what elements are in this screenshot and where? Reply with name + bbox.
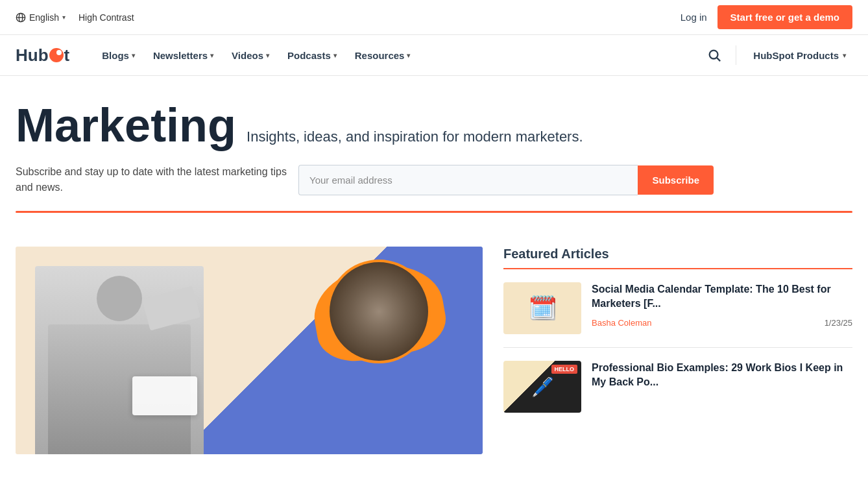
top-bar: English ▾ High Contrast Log in Start fre… xyxy=(0,0,868,35)
hero-circle-inner xyxy=(330,262,428,361)
newsletters-chevron: ▾ xyxy=(210,52,213,59)
login-button[interactable]: Log in xyxy=(681,12,707,23)
nav-items: Blogs ▾ Newsletters ▾ Videos ▾ Podcasts … xyxy=(95,44,852,66)
language-chevron: ▾ xyxy=(62,14,66,21)
article-item: 🗓️ Social Media Calendar Template: The 1… xyxy=(503,282,852,348)
nav-podcasts[interactable]: Podcasts ▾ xyxy=(281,46,343,65)
article-title-2[interactable]: Professional Bio Examples: 29 Work Bios … xyxy=(592,361,852,390)
search-icon xyxy=(707,48,721,62)
high-contrast-toggle[interactable]: High Contrast xyxy=(78,12,134,23)
subscribe-button[interactable]: Subscribe xyxy=(638,165,714,195)
language-label: English xyxy=(29,12,59,23)
language-selector[interactable]: English ▾ xyxy=(16,12,66,23)
article-content-2: Professional Bio Examples: 29 Work Bios … xyxy=(592,361,852,413)
search-button[interactable] xyxy=(703,44,725,66)
nav-resources[interactable]: Resources ▾ xyxy=(348,46,417,65)
article-meta-1: Basha Coleman 1/23/25 xyxy=(592,318,852,328)
hero-divider xyxy=(16,211,852,213)
start-cta-button[interactable]: Start free or get a demo xyxy=(717,5,852,29)
svg-line-4 xyxy=(717,58,720,61)
nav-videos[interactable]: Videos ▾ xyxy=(225,46,276,65)
hero-description: Subscribe and stay up to date with the l… xyxy=(16,164,288,195)
high-contrast-label: High Contrast xyxy=(78,12,134,23)
article-title-1[interactable]: Social Media Calendar Template: The 10 B… xyxy=(592,282,852,311)
hero-circle xyxy=(327,260,431,363)
nav-blogs[interactable]: Blogs ▾ xyxy=(95,46,141,65)
article-author-1: Basha Coleman xyxy=(592,318,652,328)
hero-title: Marketing xyxy=(16,102,236,149)
nav-newsletters[interactable]: Newsletters ▾ xyxy=(147,46,220,65)
hero-section: Marketing Insights, ideas, and inspirati… xyxy=(0,76,868,226)
hero-title-row: Marketing Insights, ideas, and inspirati… xyxy=(16,102,852,149)
featured-articles: Featured Articles 🗓️ Social Media Calend… xyxy=(503,247,852,454)
featured-articles-title: Featured Articles xyxy=(503,247,852,262)
products-chevron: ▾ xyxy=(843,52,846,59)
email-input[interactable] xyxy=(298,165,638,195)
nav-divider xyxy=(736,45,736,65)
hubspot-logo[interactable]: Hubt xyxy=(16,45,69,66)
featured-divider xyxy=(503,268,852,269)
main-nav: Hubt Blogs ▾ Newsletters ▾ Videos ▾ Podc… xyxy=(0,35,868,76)
hero-image-bg xyxy=(16,247,483,454)
resources-chevron: ▾ xyxy=(407,52,410,59)
top-bar-left: English ▾ High Contrast xyxy=(16,12,134,23)
logo-spot xyxy=(49,48,64,62)
globe-icon xyxy=(16,12,26,23)
hubspot-products-button[interactable]: HubSpot Products ▾ xyxy=(747,46,852,65)
article-date-1: 1/23/25 xyxy=(825,318,852,328)
hero-subtitle: Insights, ideas, and inspiration for mod… xyxy=(247,127,583,147)
article-thumbnail-2[interactable]: 🖊️ HELLO xyxy=(503,361,581,413)
top-bar-right: Log in Start free or get a demo xyxy=(681,5,852,29)
article-item: 🖊️ HELLO Professional Bio Examples: 29 W… xyxy=(503,361,852,426)
hero-sub-row: Subscribe and stay up to date with the l… xyxy=(16,164,852,195)
videos-chevron: ▾ xyxy=(266,52,269,59)
email-form: Subscribe xyxy=(298,165,714,195)
blogs-chevron: ▾ xyxy=(132,52,135,59)
hero-image xyxy=(16,247,483,454)
article-content-1: Social Media Calendar Template: The 10 B… xyxy=(592,282,852,334)
svg-point-3 xyxy=(710,51,718,59)
content-section: Featured Articles 🗓️ Social Media Calend… xyxy=(0,226,868,475)
podcasts-chevron: ▾ xyxy=(333,52,337,59)
article-thumbnail-1[interactable]: 🗓️ xyxy=(503,282,581,334)
